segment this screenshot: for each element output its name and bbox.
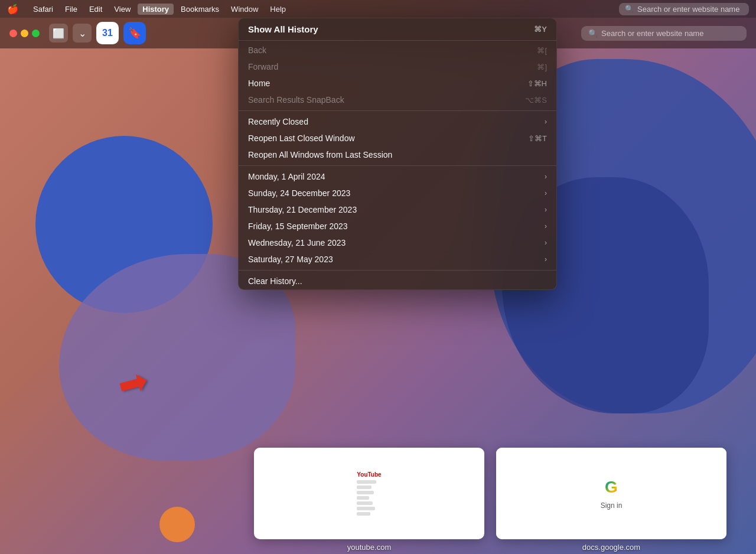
menubar-bookmarks[interactable]: Bookmarks <box>176 4 224 15</box>
menu-item-recently-closed[interactable]: Recently Closed › <box>239 113 556 130</box>
show-all-history-label: Show All History <box>248 24 318 34</box>
menubar: 🍎 Safari File Edit View History Bookmark… <box>0 0 756 18</box>
google-thumbnail-content: G Sign in <box>496 448 726 539</box>
menu-item-snapback[interactable]: Search Results SnapBack ⌥⌘S <box>239 92 556 108</box>
snapback-label: Search Results SnapBack <box>248 95 344 105</box>
separator-1 <box>239 110 556 111</box>
google-g-logo: G <box>605 478 618 497</box>
bottom-thumbnails-area: YouTube youtube.com G Sign in docs. <box>224 424 756 554</box>
tab-bookmark[interactable]: 🔖 <box>123 22 146 44</box>
youtube-site-label: youtube.com <box>347 543 391 552</box>
date-1-chevron: › <box>545 189 547 197</box>
menu-item-back[interactable]: Back ⌘[ <box>239 42 556 58</box>
menubar-edit[interactable]: Edit <box>84 4 107 15</box>
date-0-chevron: › <box>545 172 547 181</box>
toolbar-search-placeholder: Search or enter website name <box>601 29 703 38</box>
sidebar-toggle-icon: ⬜ <box>53 28 64 39</box>
date-0-label: Monday, 1 April 2024 <box>248 172 325 181</box>
reopen-all-label: Reopen All Windows from Last Session <box>248 150 392 159</box>
separator-3 <box>239 270 556 271</box>
history-menu: Show All History ⌘Y Back ⌘[ Forward ⌘] H… <box>238 18 557 290</box>
bookmark-icon: 🔖 <box>128 27 141 40</box>
date-3-label: Friday, 15 September 2023 <box>248 221 348 231</box>
snapback-shortcut: ⌥⌘S <box>525 96 547 105</box>
forward-shortcut: ⌘] <box>537 63 547 71</box>
menubar-help[interactable]: Help <box>265 4 291 15</box>
home-label: Home <box>248 79 270 88</box>
tab-calendar[interactable]: 31 <box>96 22 119 44</box>
search-icon: 🔍 <box>625 5 634 13</box>
menu-item-date-5[interactable]: Saturday, 27 May 2023 › <box>239 251 556 268</box>
back-label: Back <box>248 45 266 55</box>
date-2-chevron: › <box>545 206 547 214</box>
traffic-light-maximize[interactable] <box>32 30 40 37</box>
menu-item-reopen-last[interactable]: Reopen Last Closed Window ⇧⌘T <box>239 130 556 146</box>
menubar-search-placeholder: Search or enter website name <box>637 5 739 14</box>
menu-item-date-2[interactable]: Thursday, 21 December 2023 › <box>239 201 556 218</box>
menubar-file[interactable]: File <box>60 4 82 15</box>
menu-item-date-4[interactable]: Wednesday, 21 June 2023 › <box>239 234 556 251</box>
apple-menu-icon[interactable]: 🍎 <box>7 4 19 15</box>
menubar-search[interactable]: 🔍 Search or enter website name <box>619 3 749 15</box>
date-5-label: Saturday, 27 May 2023 <box>248 255 333 264</box>
date-4-label: Wednesday, 21 June 2023 <box>248 238 346 247</box>
show-all-history-shortcut: ⌘Y <box>534 25 547 34</box>
menu-item-date-1[interactable]: Sunday, 24 December 2023 › <box>239 185 556 201</box>
menu-item-date-0[interactable]: Monday, 1 April 2024 › <box>239 168 556 185</box>
menubar-items: Safari File Edit View History Bookmarks … <box>28 4 291 15</box>
traffic-light-minimize[interactable] <box>21 30 28 37</box>
traffic-lights <box>9 30 40 37</box>
chevron-down-icon: ⌄ <box>79 28 86 39</box>
menubar-view[interactable]: View <box>109 4 135 15</box>
toolbar-search-icon: 🔍 <box>588 29 598 38</box>
thumbnail-google[interactable]: G Sign in docs.google.com <box>496 448 726 554</box>
clear-history-label: Clear History... <box>248 276 302 286</box>
google-signin-text: Sign in <box>601 501 623 510</box>
traffic-light-close[interactable] <box>9 30 17 37</box>
date-2-label: Thursday, 21 December 2023 <box>248 205 357 214</box>
menu-item-reopen-all[interactable]: Reopen All Windows from Last Session <box>239 146 556 163</box>
forward-label: Forward <box>248 62 278 71</box>
menubar-history[interactable]: History <box>138 4 174 15</box>
recently-closed-chevron: › <box>545 118 547 126</box>
date-4-chevron: › <box>545 239 547 247</box>
back-shortcut: ⌘[ <box>537 46 547 55</box>
date-1-label: Sunday, 24 December 2023 <box>248 188 350 198</box>
menu-item-clear-history[interactable]: Clear History... <box>239 273 556 289</box>
recently-closed-label: Recently Closed <box>248 117 308 126</box>
deco-circle-orange <box>159 507 195 542</box>
menu-item-forward[interactable]: Forward ⌘] <box>239 58 556 75</box>
menu-item-show-all-history[interactable]: Show All History ⌘Y <box>239 18 556 41</box>
menu-item-date-3[interactable]: Friday, 15 September 2023 › <box>239 218 556 234</box>
menu-item-home[interactable]: Home ⇧⌘H <box>239 75 556 92</box>
calendar-label: 31 <box>102 28 113 38</box>
menubar-right: 🔍 Search or enter website name <box>619 3 749 15</box>
thumbnail-youtube[interactable]: YouTube youtube.com <box>254 448 484 554</box>
reopen-last-label: Reopen Last Closed Window <box>248 133 355 143</box>
date-3-chevron: › <box>545 222 547 230</box>
sidebar-toggle-button[interactable]: ⬜ <box>49 24 68 43</box>
google-site-label: docs.google.com <box>582 543 640 552</box>
home-shortcut: ⇧⌘H <box>527 79 547 88</box>
reopen-last-shortcut: ⇧⌘T <box>528 134 547 143</box>
menubar-window[interactable]: Window <box>226 4 263 15</box>
date-5-chevron: › <box>545 255 547 263</box>
toolbar-search[interactable]: 🔍 Search or enter website name <box>581 26 747 41</box>
youtube-thumbnail-content: YouTube <box>353 468 384 519</box>
menubar-safari[interactable]: Safari <box>28 4 58 15</box>
separator-2 <box>239 165 556 166</box>
toolbar-chevron-button[interactable]: ⌄ <box>73 24 92 43</box>
